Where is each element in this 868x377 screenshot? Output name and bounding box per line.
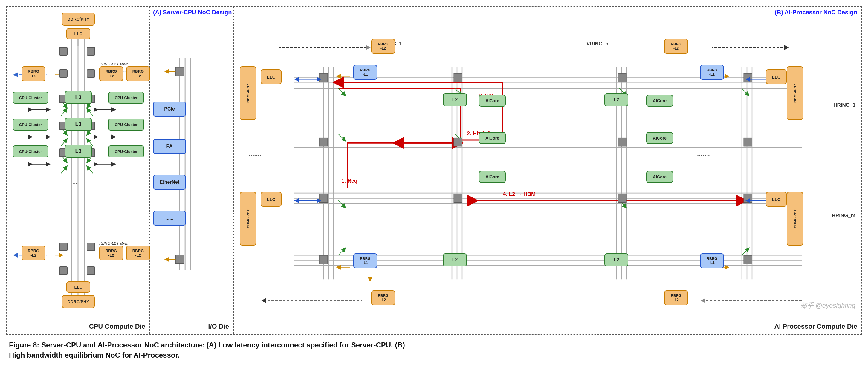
dots-mid-cpu: ... xyxy=(72,178,78,185)
figure-caption: Figure 8: Server-CPU and AI-Processor No… xyxy=(6,335,861,363)
rbrg-l2-mid-bot: RBRG-L2 xyxy=(99,246,123,260)
svg-rect-95 xyxy=(319,73,328,82)
l2-ai-3: L2 xyxy=(443,253,467,266)
llc-ai-r-top: LLC xyxy=(766,69,787,84)
hring-m-label: HRING_m xyxy=(832,213,856,219)
io-die: (A) Server-CPU NoC Design xyxy=(150,7,234,334)
hring-1-label: HRING_1 xyxy=(833,102,856,108)
router-tr xyxy=(87,47,95,56)
rbrg-l2-ai-tl: RBRG-L2 xyxy=(371,39,395,54)
l2-ai-4: L2 xyxy=(604,253,628,266)
rbrg-l2-right-top: RBRG-L2 xyxy=(126,66,150,81)
l3-2-box: L3 xyxy=(65,118,92,131)
svg-rect-103 xyxy=(319,194,328,202)
svg-rect-106 xyxy=(744,194,752,202)
rbrg-l1-ai-tr: RBRG-L1 xyxy=(700,65,724,80)
hbmc-ai-l-top: HBMC/PHY xyxy=(240,66,256,120)
ethernet-box: EtherNet xyxy=(153,175,186,190)
svg-text:4. L2 ↔ HBM: 4. L2 ↔ HBM xyxy=(503,191,536,197)
svg-text:1. Req: 1. Req xyxy=(341,178,358,183)
svg-rect-102 xyxy=(744,138,752,146)
svg-line-20 xyxy=(88,167,93,173)
llc-top-box: LLC xyxy=(66,28,90,39)
router-bot-2r xyxy=(87,243,95,251)
dots-mid-ai-left: ....... xyxy=(249,150,261,158)
ddrc-top-box: DDRC/PHY xyxy=(62,12,95,26)
watermark: 知乎 @eyesighting xyxy=(801,301,856,310)
hbmc-ai-r-bot: HBMC/PHY xyxy=(787,192,803,246)
io-dots-box: ...... xyxy=(153,211,186,225)
main-container: ... ... xyxy=(6,6,862,363)
svg-rect-97 xyxy=(618,73,626,82)
rbrg-l1-ai-br: RBRG-L1 xyxy=(700,253,724,268)
svg-line-14 xyxy=(61,167,66,173)
rbrg-l2-mid-top: RBRG-L2 xyxy=(99,66,123,81)
llc-ai-r-bot: LLC xyxy=(766,192,787,207)
cpu-compute-die: ... ... xyxy=(7,7,150,334)
l3-1-box: L3 xyxy=(65,91,92,104)
hbmc-ai-l-bot: HBMC/PHY xyxy=(240,192,256,246)
caption-line2: High bandwidth equilibrium NoC for AI-Pr… xyxy=(9,350,858,360)
svg-rect-98 xyxy=(744,73,752,82)
l3-3-box: L3 xyxy=(65,145,92,158)
svg-rect-35 xyxy=(176,67,184,75)
llc-ai-l-bot: LLC xyxy=(261,192,282,207)
rbrg-l1-ai-tl: RBRG-L1 xyxy=(353,65,377,80)
cpu-cluster-l1: CPU-Cluster xyxy=(12,92,49,104)
svg-rect-110 xyxy=(744,255,752,264)
pa-box: PA xyxy=(153,139,186,154)
vring-n-label: VRING_n xyxy=(586,41,609,47)
router-bot-1r xyxy=(87,266,95,275)
caption-line1: Figure 8: Server-CPU and AI-Processor No… xyxy=(9,340,858,350)
pcie-box: PCIe xyxy=(153,101,186,117)
rbrg-l2-left-top: RBRG-L2 xyxy=(22,66,45,81)
router-tl xyxy=(59,47,67,56)
cpu-die-label: CPU Compute Die xyxy=(89,323,145,331)
router-t2r xyxy=(87,69,95,78)
svg-line-88 xyxy=(338,249,344,255)
cpu-cluster-l3: CPU-Cluster xyxy=(12,146,49,157)
rbrg-l2-ai-br: RBRG-L2 xyxy=(664,290,688,305)
svg-line-10 xyxy=(61,109,66,116)
llc-bot-box: LLC xyxy=(66,281,90,293)
rbrg-l2-right-bot: RBRG-L2 xyxy=(126,246,150,260)
cpu-cluster-r1: CPU-Cluster xyxy=(108,92,144,104)
dots-mid-ai-right: ....... xyxy=(697,150,710,158)
svg-text:...: ... xyxy=(84,189,90,196)
svg-rect-105 xyxy=(618,194,626,202)
svg-line-16 xyxy=(88,109,93,116)
svg-rect-100 xyxy=(454,138,462,146)
router-t2l xyxy=(59,69,67,78)
aicore-r2: AICore xyxy=(646,132,673,144)
svg-rect-104 xyxy=(454,194,462,202)
io-die-label: I/O Die xyxy=(208,323,229,331)
rbrg-l2-left-bot: RBRG-L2 xyxy=(22,246,45,260)
diagrams-row: ... ... xyxy=(6,6,862,335)
l2-ai-2: L2 xyxy=(604,93,628,106)
svg-line-85 xyxy=(338,88,344,94)
aicore-r3: AICore xyxy=(646,171,673,183)
ddrc-bot-box: DDRC/PHY xyxy=(62,295,95,308)
aicore-3: AICore xyxy=(479,171,506,183)
ai-die: (B) AI-Processor NoC Design xyxy=(234,7,861,334)
l2-ai-1: L2 xyxy=(443,93,467,106)
router-bot-1l xyxy=(59,266,67,275)
svg-rect-99 xyxy=(319,138,328,146)
rbrg-l2-ai-tr: RBRG-L2 xyxy=(664,39,688,54)
fabric-label-top: RBRG-L2 Fabric xyxy=(99,62,128,66)
svg-rect-40 xyxy=(176,255,184,263)
cpu-cluster-r2: CPU-Cluster xyxy=(108,119,144,130)
router-bot-2l xyxy=(59,243,67,251)
fabric-label-bot: RBRG-L2 Fabric xyxy=(99,241,128,246)
svg-rect-101 xyxy=(618,138,626,146)
aicore-1: AICore xyxy=(479,95,506,107)
io-die-title: (A) Server-CPU NoC Design xyxy=(153,9,231,16)
hbmc-ai-r-top: HBMC/PHY xyxy=(787,66,803,120)
rbrg-l1-ai-bl: RBRG-L1 xyxy=(353,253,377,268)
svg-text:...: ... xyxy=(62,189,67,196)
rbrg-l2-ai-bl: RBRG-L2 xyxy=(371,290,395,305)
aicore-r1: AICore xyxy=(646,95,673,107)
ai-die-label: AI Processor Compute Die xyxy=(774,323,857,331)
cpu-cluster-l2: CPU-Cluster xyxy=(12,119,49,130)
llc-ai-l-top: LLC xyxy=(261,69,282,84)
